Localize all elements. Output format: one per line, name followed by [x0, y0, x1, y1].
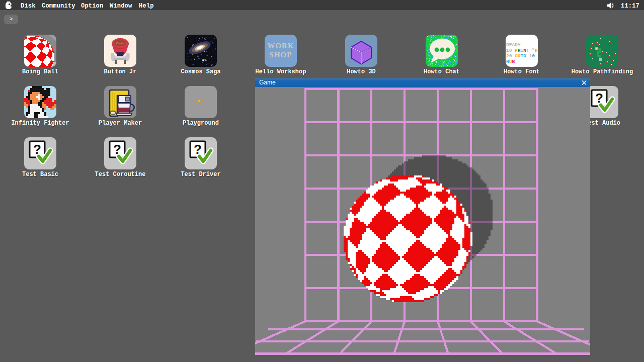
svg-text:20 GOTO 10: 20 GOTO 10	[506, 53, 535, 59]
svg-text:Crush: Crush	[116, 42, 124, 45]
svg-text:SHOP: SHOP	[270, 51, 292, 59]
svg-text:READY: READY	[506, 42, 521, 48]
svg-text:10 PRINT "H: 10 PRINT "H	[506, 48, 538, 53]
svg-text:WORK: WORK	[267, 42, 294, 50]
svg-text:RUN_: RUN_	[506, 59, 518, 64]
